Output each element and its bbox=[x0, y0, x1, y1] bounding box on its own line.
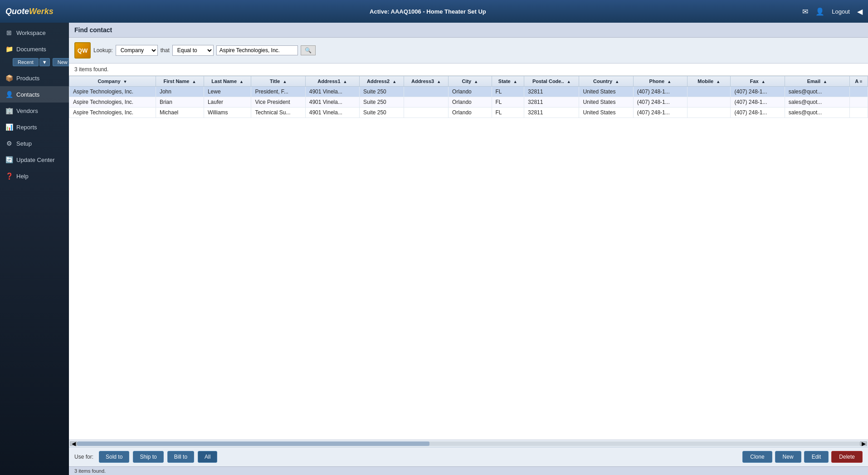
sidebar-item-vendors[interactable]: 🏢 Vendors bbox=[0, 103, 69, 119]
logo-quote: Quote bbox=[5, 7, 29, 16]
find-contact-title: Find contact bbox=[74, 26, 112, 34]
clone-button[interactable]: Clone bbox=[742, 451, 772, 463]
col-more[interactable]: A ≡ bbox=[849, 76, 868, 87]
cell-address2: Suite 250 bbox=[360, 97, 404, 108]
cell-mobile bbox=[688, 87, 731, 97]
cell-address2: Suite 250 bbox=[360, 108, 404, 118]
contacts-table-wrapper[interactable]: Company ▼ First Name ▲ Last Name ▲ Title… bbox=[69, 76, 868, 440]
products-icon: 📦 bbox=[5, 74, 13, 82]
cell-phone: (407) 248-1... bbox=[633, 108, 687, 118]
sidebar: ⊞ Workspace 📁 Documents Recent ▼ New ▼ 📦… bbox=[0, 23, 69, 475]
new-contact-button[interactable]: New bbox=[775, 451, 801, 463]
cell-address3 bbox=[404, 108, 449, 118]
cell-mobile bbox=[688, 108, 731, 118]
scrollbar-thumb[interactable] bbox=[77, 441, 429, 446]
cell-extra bbox=[849, 87, 868, 97]
cell-company: Aspire Technologies, Inc. bbox=[69, 108, 156, 118]
col-postal-code[interactable]: Postal Code.. ▲ bbox=[524, 76, 579, 87]
col-address2[interactable]: Address2 ▲ bbox=[360, 76, 404, 87]
sidebar-item-update-center-label: Update Center bbox=[16, 157, 55, 163]
logout-button[interactable]: Logout bbox=[832, 8, 850, 15]
sidebar-item-workspace[interactable]: ⊞ Workspace bbox=[0, 24, 69, 41]
cell-first_name: Brian bbox=[156, 97, 204, 108]
sold-to-button[interactable]: Sold to bbox=[99, 451, 129, 463]
condition-select[interactable]: Equal to Contains Starts with Ends with bbox=[172, 45, 214, 56]
reports-icon: 📊 bbox=[5, 123, 13, 131]
sidebar-item-contacts[interactable]: 👤 Contacts bbox=[0, 86, 69, 103]
cell-first_name: Michael bbox=[156, 108, 204, 118]
cell-fax: (407) 248-1... bbox=[731, 97, 785, 108]
cell-mobile bbox=[688, 97, 731, 108]
edit-button[interactable]: Edit bbox=[804, 451, 829, 463]
recent-dropdown-button[interactable]: ▼ bbox=[39, 58, 50, 66]
cell-fax: (407) 248-1... bbox=[731, 87, 785, 97]
cell-phone: (407) 248-1... bbox=[633, 87, 687, 97]
cell-country: United States bbox=[579, 108, 633, 118]
col-title[interactable]: Title ▲ bbox=[251, 76, 305, 87]
scroll-left-button[interactable]: ◀ bbox=[70, 441, 77, 446]
horizontal-scrollbar[interactable]: ◀ ▶ bbox=[69, 440, 868, 447]
sidebar-item-contacts-label: Contacts bbox=[16, 91, 39, 98]
collapse-sidebar-button[interactable]: ◀ bbox=[857, 7, 863, 16]
cell-state: FL bbox=[492, 97, 524, 108]
cell-state: FL bbox=[492, 87, 524, 97]
lookup-select[interactable]: Company First Name Last Name City State bbox=[116, 45, 158, 56]
cell-address2: Suite 250 bbox=[360, 87, 404, 97]
mail-icon[interactable]: ✉ bbox=[802, 7, 808, 16]
cell-address1: 4901 Vinela... bbox=[305, 97, 359, 108]
cell-extra bbox=[849, 97, 868, 108]
sidebar-item-help-label: Help bbox=[16, 173, 29, 180]
all-button[interactable]: All bbox=[198, 451, 217, 463]
scrollbar-track[interactable] bbox=[77, 441, 860, 446]
cell-last_name: Lewe bbox=[204, 87, 251, 97]
ship-to-button[interactable]: Ship to bbox=[133, 451, 163, 463]
col-last-name[interactable]: Last Name ▲ bbox=[204, 76, 251, 87]
scroll-right-button[interactable]: ▶ bbox=[860, 441, 867, 446]
top-bar-right: ✉ 👤 Logout ◀ bbox=[802, 7, 863, 16]
col-first-name[interactable]: First Name ▲ bbox=[156, 76, 204, 87]
sidebar-item-vendors-label: Vendors bbox=[16, 108, 38, 114]
search-input[interactable] bbox=[216, 45, 298, 55]
col-email[interactable]: Email ▲ bbox=[785, 76, 849, 87]
sidebar-item-help[interactable]: ❓ Help bbox=[0, 168, 69, 184]
cell-address1: 4901 Vinela... bbox=[305, 108, 359, 118]
table-row[interactable]: Aspire Technologies, Inc.JohnLewePreside… bbox=[69, 87, 868, 97]
cell-phone: (407) 248-1... bbox=[633, 97, 687, 108]
update-center-icon: 🔄 bbox=[5, 156, 13, 163]
contacts-icon: 👤 bbox=[5, 91, 13, 98]
col-state[interactable]: State ▲ bbox=[492, 76, 524, 87]
user-icon[interactable]: 👤 bbox=[815, 7, 824, 16]
logo-werks: Werks bbox=[29, 7, 54, 16]
table-row[interactable]: Aspire Technologies, Inc.BrianLauferVice… bbox=[69, 97, 868, 108]
col-company[interactable]: Company ▼ bbox=[69, 76, 156, 87]
status-text: 3 items found. bbox=[74, 468, 106, 474]
sidebar-item-update-center[interactable]: 🔄 Update Center bbox=[0, 152, 69, 168]
sidebar-item-products[interactable]: 📦 Products bbox=[0, 70, 69, 86]
col-phone[interactable]: Phone ▲ bbox=[633, 76, 687, 87]
cell-postal_code: 32811 bbox=[524, 108, 579, 118]
bill-to-button[interactable]: Bill to bbox=[167, 451, 194, 463]
vendors-icon: 🏢 bbox=[5, 107, 13, 114]
table-row[interactable]: Aspire Technologies, Inc.MichaelWilliams… bbox=[69, 108, 868, 118]
cell-country: United States bbox=[579, 87, 633, 97]
col-mobile[interactable]: Mobile ▲ bbox=[688, 76, 731, 87]
col-address1[interactable]: Address1 ▲ bbox=[305, 76, 359, 87]
sidebar-item-setup[interactable]: ⚙ Setup bbox=[0, 135, 69, 152]
cell-title: Vice President bbox=[251, 97, 305, 108]
cell-last_name: Laufer bbox=[204, 97, 251, 108]
delete-button[interactable]: Delete bbox=[831, 451, 863, 463]
col-country[interactable]: Country ▲ bbox=[579, 76, 633, 87]
document-sub-buttons: Recent ▼ New ▼ bbox=[0, 57, 69, 70]
search-button[interactable]: 🔍 bbox=[301, 45, 316, 55]
col-fax[interactable]: Fax ▲ bbox=[731, 76, 785, 87]
sidebar-item-documents[interactable]: 📁 Documents bbox=[0, 41, 69, 57]
contacts-table: Company ▼ First Name ▲ Last Name ▲ Title… bbox=[69, 76, 868, 118]
cell-company: Aspire Technologies, Inc. bbox=[69, 87, 156, 97]
col-address3[interactable]: Address3 ▲ bbox=[404, 76, 449, 87]
recent-button[interactable]: Recent bbox=[13, 58, 39, 66]
cell-email: sales@quot... bbox=[785, 87, 849, 97]
sidebar-item-reports[interactable]: 📊 Reports bbox=[0, 119, 69, 135]
sidebar-item-setup-label: Setup bbox=[16, 140, 32, 147]
cell-last_name: Williams bbox=[204, 108, 251, 118]
col-city[interactable]: City ▲ bbox=[449, 76, 492, 87]
